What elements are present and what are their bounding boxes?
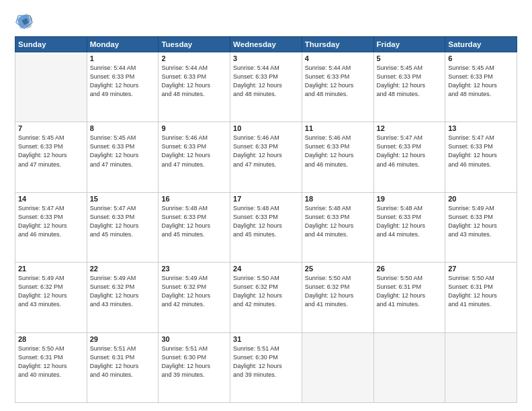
day-info: Sunrise: 5:47 AM Sunset: 6:33 PM Dayligh… [377, 134, 443, 169]
calendar-cell: 21Sunrise: 5:49 AM Sunset: 6:32 PM Dayli… [15, 263, 87, 332]
header-cell-friday: Friday [373, 37, 445, 52]
calendar-cell: 11Sunrise: 5:46 AM Sunset: 6:33 PM Dayli… [302, 122, 373, 192]
calendar-body: 1Sunrise: 5:44 AM Sunset: 6:33 PM Daylig… [15, 52, 517, 403]
day-info: Sunrise: 5:46 AM Sunset: 6:33 PM Dayligh… [305, 134, 371, 169]
header-cell-tuesday: Tuesday [159, 37, 230, 52]
calendar-cell [15, 52, 87, 122]
day-info: Sunrise: 5:50 AM Sunset: 6:31 PM Dayligh… [18, 345, 84, 379]
day-number: 24 [233, 265, 299, 273]
day-number: 4 [305, 54, 371, 62]
calendar-row-0: 1Sunrise: 5:44 AM Sunset: 6:33 PM Daylig… [15, 52, 517, 122]
day-info: Sunrise: 5:46 AM Sunset: 6:33 PM Dayligh… [161, 134, 227, 169]
day-number: 8 [90, 124, 156, 132]
day-info: Sunrise: 5:47 AM Sunset: 6:33 PM Dayligh… [18, 204, 84, 239]
calendar-cell: 17Sunrise: 5:48 AM Sunset: 6:33 PM Dayli… [230, 192, 302, 262]
calendar-cell: 4Sunrise: 5:44 AM Sunset: 6:33 PM Daylig… [302, 52, 373, 122]
day-number: 14 [18, 195, 84, 203]
day-info: Sunrise: 5:47 AM Sunset: 6:33 PM Dayligh… [448, 134, 514, 169]
calendar-cell: 18Sunrise: 5:48 AM Sunset: 6:33 PM Dayli… [302, 192, 373, 262]
day-info: Sunrise: 5:50 AM Sunset: 6:32 PM Dayligh… [305, 274, 371, 309]
calendar-cell: 1Sunrise: 5:44 AM Sunset: 6:33 PM Daylig… [87, 52, 159, 122]
calendar-cell: 31Sunrise: 5:51 AM Sunset: 6:30 PM Dayli… [230, 332, 302, 402]
day-info: Sunrise: 5:45 AM Sunset: 6:33 PM Dayligh… [448, 64, 514, 99]
day-number: 20 [448, 195, 514, 203]
day-info: Sunrise: 5:45 AM Sunset: 6:33 PM Dayligh… [90, 134, 156, 169]
day-info: Sunrise: 5:51 AM Sunset: 6:31 PM Dayligh… [90, 345, 156, 379]
calendar-cell: 23Sunrise: 5:49 AM Sunset: 6:32 PM Dayli… [159, 263, 230, 332]
calendar-cell: 13Sunrise: 5:47 AM Sunset: 6:33 PM Dayli… [445, 122, 517, 192]
day-number: 23 [161, 265, 227, 273]
header-row: SundayMondayTuesdayWednesdayThursdayFrid… [15, 37, 517, 52]
day-number: 29 [90, 335, 156, 343]
day-info: Sunrise: 5:45 AM Sunset: 6:33 PM Dayligh… [18, 134, 84, 169]
calendar-cell: 5Sunrise: 5:45 AM Sunset: 6:33 PM Daylig… [373, 52, 445, 122]
day-info: Sunrise: 5:44 AM Sunset: 6:33 PM Dayligh… [305, 64, 371, 99]
day-info: Sunrise: 5:44 AM Sunset: 6:33 PM Dayligh… [233, 64, 299, 99]
calendar-row-1: 7Sunrise: 5:45 AM Sunset: 6:33 PM Daylig… [15, 122, 517, 192]
day-number: 6 [448, 54, 514, 62]
day-number: 13 [448, 124, 514, 132]
day-number: 19 [377, 195, 443, 203]
day-info: Sunrise: 5:49 AM Sunset: 6:32 PM Dayligh… [90, 274, 156, 309]
calendar-cell: 6Sunrise: 5:45 AM Sunset: 6:33 PM Daylig… [445, 52, 517, 122]
day-number: 10 [233, 124, 299, 132]
calendar-cell: 27Sunrise: 5:50 AM Sunset: 6:31 PM Dayli… [445, 263, 517, 332]
logo [15, 12, 36, 31]
calendar-cell: 8Sunrise: 5:45 AM Sunset: 6:33 PM Daylig… [87, 122, 159, 192]
calendar-cell: 9Sunrise: 5:46 AM Sunset: 6:33 PM Daylig… [159, 122, 230, 192]
day-number: 5 [377, 54, 443, 62]
day-info: Sunrise: 5:44 AM Sunset: 6:33 PM Dayligh… [90, 64, 156, 99]
calendar-cell: 15Sunrise: 5:47 AM Sunset: 6:33 PM Dayli… [87, 192, 159, 262]
calendar-cell [302, 332, 373, 402]
day-info: Sunrise: 5:44 AM Sunset: 6:33 PM Dayligh… [161, 64, 227, 99]
day-info: Sunrise: 5:50 AM Sunset: 6:32 PM Dayligh… [233, 274, 299, 309]
page: SundayMondayTuesdayWednesdayThursdayFrid… [0, 0, 532, 411]
calendar-cell: 28Sunrise: 5:50 AM Sunset: 6:31 PM Dayli… [15, 332, 87, 402]
calendar-cell: 2Sunrise: 5:44 AM Sunset: 6:33 PM Daylig… [159, 52, 230, 122]
day-number: 1 [90, 54, 156, 62]
day-number: 16 [161, 195, 227, 203]
day-number: 21 [18, 265, 84, 273]
calendar-cell: 3Sunrise: 5:44 AM Sunset: 6:33 PM Daylig… [230, 52, 302, 122]
day-info: Sunrise: 5:48 AM Sunset: 6:33 PM Dayligh… [233, 204, 299, 239]
calendar-row-3: 21Sunrise: 5:49 AM Sunset: 6:32 PM Dayli… [15, 263, 517, 332]
day-info: Sunrise: 5:49 AM Sunset: 6:32 PM Dayligh… [161, 274, 227, 309]
day-number: 11 [305, 124, 371, 132]
calendar-cell: 19Sunrise: 5:48 AM Sunset: 6:33 PM Dayli… [373, 192, 445, 262]
logo-icon [15, 12, 34, 31]
day-number: 3 [233, 54, 299, 62]
header-cell-wednesday: Wednesday [230, 37, 302, 52]
day-info: Sunrise: 5:48 AM Sunset: 6:33 PM Dayligh… [161, 204, 227, 239]
day-number: 25 [305, 265, 371, 273]
day-info: Sunrise: 5:46 AM Sunset: 6:33 PM Dayligh… [233, 134, 299, 169]
day-number: 15 [90, 195, 156, 203]
day-info: Sunrise: 5:51 AM Sunset: 6:30 PM Dayligh… [161, 345, 227, 379]
calendar-cell [445, 332, 517, 402]
calendar-cell: 29Sunrise: 5:51 AM Sunset: 6:31 PM Dayli… [87, 332, 159, 402]
day-number: 30 [161, 335, 227, 343]
day-info: Sunrise: 5:48 AM Sunset: 6:33 PM Dayligh… [305, 204, 371, 239]
day-info: Sunrise: 5:49 AM Sunset: 6:33 PM Dayligh… [448, 204, 514, 239]
day-info: Sunrise: 5:49 AM Sunset: 6:32 PM Dayligh… [18, 274, 84, 309]
day-number: 12 [377, 124, 443, 132]
header-cell-sunday: Sunday [15, 37, 87, 52]
calendar-cell: 26Sunrise: 5:50 AM Sunset: 6:31 PM Dayli… [373, 263, 445, 332]
day-info: Sunrise: 5:48 AM Sunset: 6:33 PM Dayligh… [377, 204, 443, 239]
calendar-row-4: 28Sunrise: 5:50 AM Sunset: 6:31 PM Dayli… [15, 332, 517, 402]
calendar-cell: 10Sunrise: 5:46 AM Sunset: 6:33 PM Dayli… [230, 122, 302, 192]
calendar-cell: 12Sunrise: 5:47 AM Sunset: 6:33 PM Dayli… [373, 122, 445, 192]
calendar-header: SundayMondayTuesdayWednesdayThursdayFrid… [15, 37, 517, 52]
day-number: 7 [18, 124, 84, 132]
calendar-cell: 30Sunrise: 5:51 AM Sunset: 6:30 PM Dayli… [159, 332, 230, 402]
calendar-cell: 24Sunrise: 5:50 AM Sunset: 6:32 PM Dayli… [230, 263, 302, 332]
day-info: Sunrise: 5:50 AM Sunset: 6:31 PM Dayligh… [377, 274, 443, 309]
day-number: 2 [161, 54, 227, 62]
day-number: 22 [90, 265, 156, 273]
calendar-cell: 20Sunrise: 5:49 AM Sunset: 6:33 PM Dayli… [445, 192, 517, 262]
day-info: Sunrise: 5:51 AM Sunset: 6:30 PM Dayligh… [233, 345, 299, 379]
day-number: 27 [448, 265, 514, 273]
calendar-cell [373, 332, 445, 402]
day-info: Sunrise: 5:50 AM Sunset: 6:31 PM Dayligh… [448, 274, 514, 309]
calendar-cell: 14Sunrise: 5:47 AM Sunset: 6:33 PM Dayli… [15, 192, 87, 262]
calendar-cell: 25Sunrise: 5:50 AM Sunset: 6:32 PM Dayli… [302, 263, 373, 332]
